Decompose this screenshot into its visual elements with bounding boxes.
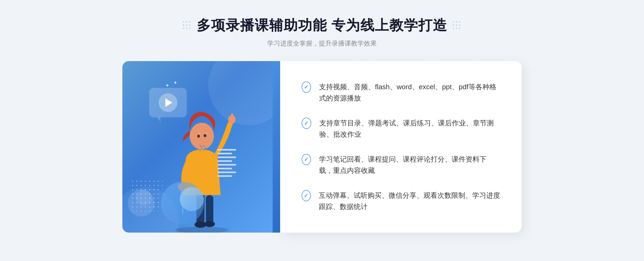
svg-point-12: [206, 133, 207, 134]
dot: [183, 21, 184, 23]
svg-point-4: [204, 221, 215, 227]
header-section: 多项录播课辅助功能 专为线上教学打造 学习进度全掌握，提升录播课教学效果: [183, 16, 461, 48]
dot: [189, 28, 191, 29]
dots-left: [183, 21, 191, 30]
content-section: »: [107, 61, 537, 233]
dot: [183, 28, 184, 29]
feature-item: 支持章节目录、弹题考试、课后练习、课后作业、章节测验、批改作业: [302, 118, 500, 140]
feature-text: 支持章节目录、弹题考试、课后练习、课后作业、章节测验、批改作业: [319, 118, 500, 140]
feature-item: 学习笔记回看、课程提问、课程评论打分、课件资料下载，重点内容收藏: [302, 154, 500, 176]
stripe-line: [217, 149, 236, 151]
dot: [183, 24, 184, 26]
feature-text: 学习笔记回看、课程提问、课程评论打分、课件资料下载，重点内容收藏: [319, 154, 500, 176]
dot: [456, 21, 457, 23]
dot: [459, 28, 460, 29]
dot: [453, 28, 454, 29]
stripe-line: [217, 164, 236, 166]
dot: [189, 24, 191, 26]
stripe-line: [217, 175, 232, 177]
dot: [186, 28, 187, 29]
svg-point-8: [204, 134, 206, 137]
dots-grid: [130, 179, 163, 211]
svg-point-7: [197, 135, 200, 138]
blue-strip: [273, 61, 280, 233]
feature-text: 支持视频、音频、flash、word、excel、ppt、pdf等各种格式的资源…: [319, 81, 500, 104]
stripe-line: [217, 156, 236, 158]
stripe-line: [217, 160, 232, 162]
check-icon: [302, 118, 311, 129]
dot: [186, 24, 187, 26]
dot: [459, 21, 460, 23]
check-icon: [302, 81, 311, 93]
svg-rect-10: [231, 113, 233, 121]
check-icon: [302, 154, 311, 165]
stripe-line: [217, 168, 232, 169]
svg-point-11: [199, 133, 200, 135]
dot: [456, 28, 457, 29]
left-circle-light: [180, 187, 204, 211]
sparkle-icon: ✦: [173, 80, 177, 86]
feature-text: 互动弹幕、试听购买、微信分享、观看次数限制、学习进度跟踪、数据统计: [319, 190, 500, 212]
header-decoration: 多项录播课辅助功能 专为线上教学打造: [183, 16, 461, 35]
svg-rect-2: [206, 195, 213, 225]
feature-item: 支持视频、音频、flash、word、excel、ppt、pdf等各种格式的资源…: [302, 81, 500, 104]
dot: [453, 21, 454, 23]
page-subtitle: 学习进度全掌握，提升录播课教学效果: [183, 39, 461, 48]
page-title: 多项录播课辅助功能 专为线上教学打造: [197, 16, 447, 35]
dots-right: [453, 21, 461, 30]
deco-circle: [128, 190, 155, 217]
stripe-decoration: [217, 149, 236, 179]
left-chevron-deco: »: [199, 138, 207, 155]
dot: [456, 24, 457, 26]
feature-item: 互动弹幕、试听购买、微信分享、观看次数限制、学习进度跟踪、数据统计: [302, 190, 500, 212]
sparkle-icon: ✦: [165, 83, 169, 88]
dot: [459, 24, 460, 26]
stripe-line: [217, 153, 232, 154]
features-card: 支持视频、音频、flash、word、excel、ppt、pdf等各种格式的资源…: [280, 61, 522, 233]
page-container: 多项录播课辅助功能 专为线上教学打造 学习进度全掌握，提升录播课教学效果 »: [0, 0, 644, 261]
dot: [189, 21, 191, 23]
dot: [186, 21, 187, 23]
deco-circle: [136, 190, 152, 206]
stripe-line: [217, 171, 236, 173]
dot: [453, 24, 454, 26]
check-icon: [302, 190, 311, 201]
